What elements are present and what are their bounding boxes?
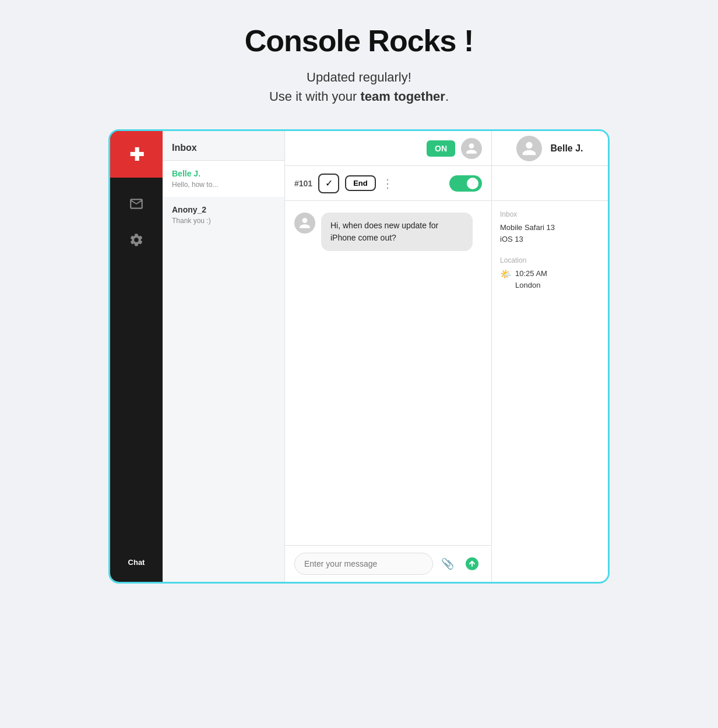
sun-icon: 🌤️: [500, 268, 512, 280]
location-label: Location: [500, 256, 600, 264]
conversation-list: Inbox Belle J. Hello, how to... Anony_2 …: [163, 131, 285, 582]
conv-item-name-anony: Anony_2: [172, 205, 275, 214]
location-info-section: Location 🌤️ 10:25 AM London: [500, 256, 600, 291]
inbox-icon: [129, 196, 144, 211]
app-frame: ✚ Chat Inbox Belle J. Hello, how to...: [108, 129, 610, 584]
gear-icon: [129, 232, 144, 248]
conv-item-preview-anony: Thank you :): [172, 217, 275, 225]
page-title: Console Rocks !: [245, 23, 473, 58]
inbox-info-section: Inbox Mobile Safari 13 iOS 13: [500, 210, 600, 245]
right-panel: Belle J. Inbox Mobile Safari 13 iOS 13 L…: [491, 131, 608, 582]
conv-list-header: Inbox: [163, 131, 284, 161]
message-row: Hi, when does new update for iPhone come…: [294, 213, 482, 251]
page-subtitle: Updated regularly! Use it with your team…: [269, 68, 449, 106]
inbox-label: Inbox: [500, 210, 600, 218]
logo-icon: ✚: [129, 144, 144, 165]
city-value: London: [515, 280, 547, 291]
status-pill-circle: [467, 178, 478, 189]
send-icon[interactable]: [462, 554, 482, 574]
right-panel-header: Belle J.: [492, 131, 608, 166]
conv-id: #101: [294, 179, 312, 188]
conv-item-belle[interactable]: Belle J. Hello, how to...: [163, 161, 284, 197]
messages-area: Hi, when does new update for iPhone come…: [285, 201, 491, 545]
location-row: 🌤️ 10:25 AM London: [500, 268, 600, 291]
conv-header: #101 ✓ End ⋮: [285, 166, 491, 201]
os-value: iOS 13: [500, 234, 600, 245]
browser-value: Mobile Safari 13: [500, 222, 600, 234]
time-value: 10:25 AM: [515, 268, 547, 280]
sidebar-item-settings[interactable]: [124, 228, 149, 252]
right-panel-name: Belle J.: [550, 143, 583, 154]
message-bubble: Hi, when does new update for iPhone come…: [321, 213, 473, 251]
conv-item-anony[interactable]: Anony_2 Thank you :): [163, 197, 284, 233]
message-avatar: [294, 213, 315, 234]
status-button[interactable]: ON: [427, 140, 455, 157]
input-area: 📎: [285, 545, 491, 582]
chat-label: Chat: [128, 558, 145, 572]
sidebar-bottom: Chat: [128, 558, 145, 582]
location-details: 10:25 AM London: [515, 268, 547, 291]
attach-icon[interactable]: 📎: [438, 554, 457, 574]
status-pill[interactable]: [449, 175, 482, 192]
sidebar-item-inbox[interactable]: [124, 192, 149, 216]
more-menu-button[interactable]: ⋮: [382, 176, 394, 190]
right-panel-body: Inbox Mobile Safari 13 iOS 13 Location 🌤…: [492, 201, 608, 312]
check-button[interactable]: ✓: [318, 174, 339, 193]
conv-item-preview-belle: Hello, how to...: [172, 181, 275, 189]
message-input[interactable]: [294, 553, 433, 575]
sidebar: ✚ Chat: [110, 131, 163, 582]
chat-panel: ON #101 ✓ End ⋮ Hi, when does new update…: [285, 131, 491, 582]
right-panel-sub-header: [492, 166, 608, 201]
chat-topbar: ON: [285, 131, 491, 166]
right-panel-avatar: [516, 136, 542, 161]
user-avatar-top: [461, 138, 482, 159]
sidebar-nav: [124, 178, 149, 558]
end-button[interactable]: End: [345, 175, 376, 191]
conv-item-name-belle: Belle J.: [172, 169, 275, 178]
sidebar-logo: ✚: [110, 131, 163, 178]
